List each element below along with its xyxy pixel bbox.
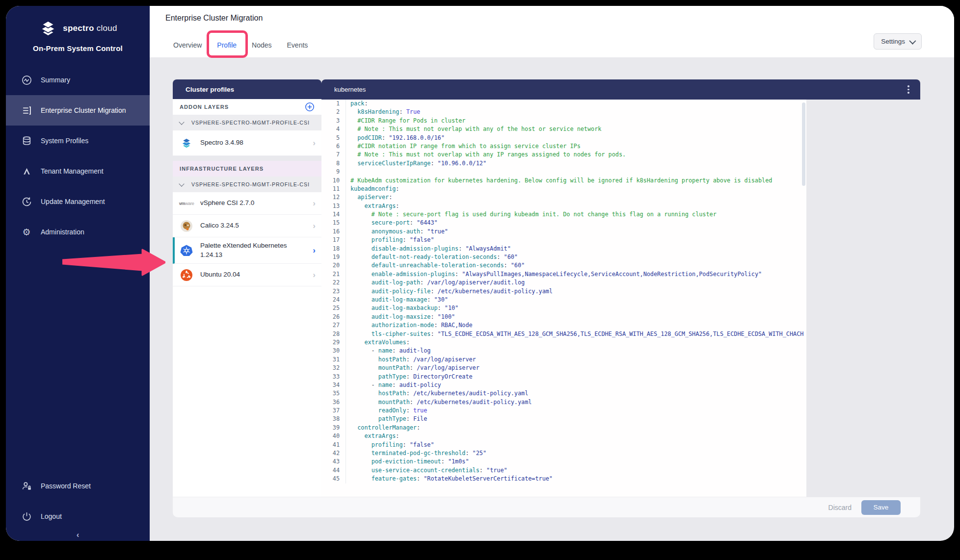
code-line: 6 #CIDR notation IP range from which to … xyxy=(321,142,806,151)
line-content: readOnly: true xyxy=(346,407,427,415)
code-line: 26 audit-log-maxsize: "100" xyxy=(321,313,806,321)
line-number: 15 xyxy=(321,219,346,227)
spectro-cloud-logo-icon xyxy=(38,21,58,36)
line-content: terminated-pod-gc-threshold: "25" xyxy=(346,449,486,458)
list-icon xyxy=(21,104,32,116)
line-number: 33 xyxy=(321,373,346,381)
code-line: 27 authorization-mode: RBAC,Node xyxy=(321,321,806,330)
code-line: 11kubeadmconfig: xyxy=(321,185,806,193)
line-number: 6 xyxy=(321,142,346,151)
line-number: 22 xyxy=(321,279,346,287)
line-number: 17 xyxy=(321,236,346,244)
line-number: 44 xyxy=(321,466,346,475)
code-line: 22 audit-log-path: /var/log/apiserver/au… xyxy=(321,279,806,287)
code-line: 8 serviceClusterIpRange: "10.96.0.0/12" xyxy=(321,159,806,168)
line-number: 34 xyxy=(321,381,346,389)
line-content: audit-log-maxbackup: "10" xyxy=(346,304,458,312)
code-line: 2 k8sHardening: True xyxy=(321,108,806,116)
layer-row-calico[interactable]: Calico 3.24.5 › xyxy=(173,215,321,237)
ubuntu-icon xyxy=(180,268,193,282)
tab-nodes[interactable]: Nodes xyxy=(252,41,271,57)
line-number: 1 xyxy=(321,100,346,108)
infrastructure-layers-label: INFRASTRUCTURE LAYERS xyxy=(180,166,264,172)
layer-row-spectro[interactable]: Spectro 3.4.98 › xyxy=(173,130,321,156)
chevron-down-icon xyxy=(909,37,916,44)
line-content: profiling: "false" xyxy=(346,236,434,244)
code-line: 33 pathType: DirectoryOrCreate xyxy=(321,373,806,381)
line-number: 45 xyxy=(321,475,346,483)
chevron-right-icon: › xyxy=(313,199,316,208)
chevron-down-icon xyxy=(179,119,184,125)
line-content: mountPath: /var/log/apiserver xyxy=(346,364,480,372)
yaml-editor[interactable]: 1pack:2 k8sHardening: True3 #CIDR Range … xyxy=(321,100,806,497)
line-content: apiServer: xyxy=(346,193,392,202)
line-content: feature-gates: "RotateKubeletServerCerti… xyxy=(346,475,553,483)
tab-overview[interactable]: Overview xyxy=(173,41,202,57)
sidebar-item-logout[interactable]: Logout xyxy=(6,506,150,527)
addon-profile-group[interactable]: VSPHERE-SPECTRO-MGMT-PROFILE-CSI xyxy=(173,115,321,130)
line-number: 7 xyxy=(321,151,346,159)
group-label: VSPHERE-SPECTRO-MGMT-PROFILE-CSI xyxy=(191,181,310,187)
sidebar-item-update-management[interactable]: Update Management xyxy=(6,186,150,217)
line-content: - name: audit-policy xyxy=(346,381,441,389)
sidebar-item-label: Enterprise Cluster Migration xyxy=(41,106,126,114)
kubernetes-icon xyxy=(180,244,193,257)
infra-profile-group[interactable]: VSPHERE-SPECTRO-MGMT-PROFILE-CSI xyxy=(173,177,321,192)
line-content: enable-admission-plugins: "AlwaysPullIma… xyxy=(346,270,762,279)
line-content: extraArgs: xyxy=(346,202,399,210)
layer-name: Palette eXtended Kubernetes 1.24.13 xyxy=(200,241,313,259)
layer-version: 1.24.13 xyxy=(200,251,313,259)
kebab-menu-icon[interactable] xyxy=(907,85,909,94)
layer-row-vsphere-csi[interactable]: vmware vSphere CSI 2.7.0 › xyxy=(173,192,321,215)
sidebar-item-enterprise-cluster-migration[interactable]: Enterprise Cluster Migration xyxy=(6,95,150,126)
code-line: 35 hostPath: /etc/kubernetes/audit-polic… xyxy=(321,389,806,398)
app-subtitle: On-Prem System Control xyxy=(6,44,150,52)
infrastructure-layers-section: INFRASTRUCTURE LAYERS xyxy=(173,161,321,177)
gear-icon: ⚙ xyxy=(21,226,32,238)
line-content: # KubeAdm customization for kubernetes h… xyxy=(346,177,772,185)
editor-scrollbar[interactable] xyxy=(802,102,805,186)
discard-button[interactable]: Discard xyxy=(828,504,852,511)
line-number: 42 xyxy=(321,449,346,458)
main-header: Enterprise Cluster Migration Overview Pr… xyxy=(150,6,954,58)
sidebar-item-summary[interactable]: Summary xyxy=(6,65,150,95)
sidebar-item-administration[interactable]: ⚙ Administration xyxy=(6,217,150,247)
code-line: 9 xyxy=(321,168,806,176)
settings-button[interactable]: Settings xyxy=(874,33,922,50)
editor-header: kubernetes xyxy=(321,79,920,100)
line-content: # Note : This must not overlap with any … xyxy=(346,151,626,159)
sidebar-collapse-button[interactable]: ‹ xyxy=(6,530,150,540)
code-line: 45 feature-gates: "RotateKubeletServerCe… xyxy=(321,475,806,483)
line-content: secure-port: "6443" xyxy=(346,219,438,227)
add-layer-icon[interactable] xyxy=(305,102,315,112)
line-number: 25 xyxy=(321,304,346,312)
page-title: Enterprise Cluster Migration xyxy=(165,14,263,23)
line-number: 31 xyxy=(321,356,346,364)
chevron-right-icon: › xyxy=(313,221,316,231)
code-line: 31 hostPath: /var/log/apiserver xyxy=(321,356,806,364)
sidebar-item-label: Password Reset xyxy=(41,482,91,490)
sidebar-item-system-profiles[interactable]: System Profiles xyxy=(6,126,150,156)
line-content: #CIDR Range for Pods in cluster xyxy=(346,117,465,125)
code-line: 10# KubeAdm customization for kubernetes… xyxy=(321,177,806,185)
activity-icon xyxy=(21,74,32,86)
layer-row-ubuntu[interactable]: Ubuntu 20.04 › xyxy=(173,264,321,286)
sidebar-item-password-reset[interactable]: Password Reset xyxy=(6,475,150,497)
line-number: 28 xyxy=(321,330,346,338)
code-line: 43 pod-eviction-timeout: "1m0s" xyxy=(321,458,806,466)
line-number: 43 xyxy=(321,458,346,466)
code-line: 3 #CIDR Range for Pods in cluster xyxy=(321,117,806,125)
database-icon xyxy=(21,135,32,147)
line-content: hostPath: /var/log/apiserver xyxy=(346,356,476,364)
tab-profile[interactable]: Profile xyxy=(217,41,237,57)
layer-row-palette-kubernetes[interactable]: Palette eXtended Kubernetes 1.24.13 › xyxy=(173,237,321,264)
save-button[interactable]: Save xyxy=(861,500,901,515)
line-number: 9 xyxy=(321,168,346,176)
sidebar-item-label: Tenant Management xyxy=(41,167,104,175)
sidebar-item-tenant-management[interactable]: Tenant Management xyxy=(6,156,150,186)
line-content: pack: xyxy=(346,100,368,108)
layer-name: Calico 3.24.5 xyxy=(200,221,313,230)
calico-icon xyxy=(180,219,193,233)
tab-events[interactable]: Events xyxy=(287,41,308,57)
addon-layers-section: ADDON LAYERS xyxy=(173,99,321,115)
